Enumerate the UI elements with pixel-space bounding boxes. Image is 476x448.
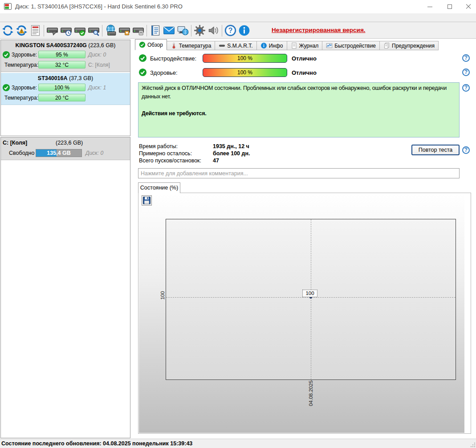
free-label: Свободно bbox=[9, 150, 34, 156]
disk-number: Диск: 0 bbox=[85, 150, 103, 156]
minimize-button[interactable] bbox=[422, 0, 437, 13]
power-on-time-label: Время работы: bbox=[139, 143, 178, 149]
network-disk-icon[interactable] bbox=[104, 24, 118, 37]
disk-check-icon[interactable] bbox=[73, 24, 87, 37]
unregistered-version-link[interactable]: Незарегистрированная версия. bbox=[272, 27, 366, 33]
tab-overview[interactable]: Обзор bbox=[135, 39, 167, 50]
partition-list: C: [Коля] (223,6 GB) Свободно 135,4 GB Д… bbox=[0, 137, 130, 438]
health-label: Здоровье: bbox=[12, 85, 37, 91]
toolbar-separator bbox=[146, 25, 147, 36]
ok-check-icon bbox=[138, 54, 147, 62]
close-button[interactable] bbox=[461, 0, 476, 13]
health-row: Здоровье: 100 % Отлично bbox=[135, 68, 473, 77]
app-icon bbox=[4, 3, 12, 10]
save-chart-button[interactable] bbox=[142, 195, 152, 206]
tab-label: Быстродействие bbox=[334, 43, 376, 49]
eject-disk-icon[interactable] bbox=[131, 24, 145, 37]
toolbar-separator bbox=[222, 25, 222, 36]
tab-temperature[interactable]: Температура bbox=[167, 41, 216, 50]
tab-bar: ОбзорТемператураS.M.A.R.T.ИнфоЖурналБыст… bbox=[135, 39, 476, 50]
title-bar: Диск: 1, ST340016A [3HS7CCX6] - Hard Dis… bbox=[0, 0, 476, 13]
disk-item-0[interactable]: KINGSTON SA400S37240G (223,6 GB) Здоровь… bbox=[1, 40, 130, 72]
drive-letter: C: [Коля] bbox=[88, 62, 110, 68]
temperature-label: Температура: bbox=[4, 62, 38, 68]
x-axis-tick-label: 04.08.2025 bbox=[308, 379, 313, 407]
disk-arrow-icon[interactable] bbox=[45, 24, 59, 37]
close-icon bbox=[466, 4, 471, 9]
email-icon[interactable] bbox=[162, 24, 176, 37]
help-icon[interactable]: ? bbox=[462, 146, 470, 154]
refresh-warning-icon[interactable] bbox=[15, 24, 28, 37]
disk-list: KINGSTON SA400S37240G (223,6 GB) Здоровь… bbox=[0, 40, 130, 136]
partition-size: (223,6 GB) bbox=[56, 140, 83, 146]
report-icon[interactable] bbox=[28, 24, 42, 37]
disk-item-1-selected[interactable]: ST340016A (37,3 GB) Здоровье: 100 % Диск… bbox=[1, 73, 130, 105]
comment-input[interactable] bbox=[138, 168, 460, 178]
chart-background: 100 100 04.08.2025 bbox=[139, 194, 464, 433]
disk-clock-icon[interactable] bbox=[59, 24, 73, 37]
last-update-status: Состояние последнего обновления: 04.08.2… bbox=[1, 440, 192, 447]
performance-status: Отлично bbox=[292, 55, 317, 62]
temperature-bar: 32 °C bbox=[38, 61, 85, 69]
help-icon[interactable]: ? bbox=[462, 54, 470, 62]
tab-alerts[interactable]: Предупреждения bbox=[379, 41, 439, 50]
tab-info[interactable]: Инфо bbox=[256, 41, 287, 50]
partition-item-c[interactable]: C: [Коля] (223,6 GB) Свободно 135,4 GB Д… bbox=[1, 137, 130, 160]
chart-panel: 100 100 04.08.2025 bbox=[138, 193, 471, 434]
svg-text:?: ? bbox=[228, 27, 233, 34]
help-icon[interactable]: ? bbox=[462, 69, 470, 76]
status-bar: Состояние последнего обновления: 04.08.2… bbox=[0, 439, 476, 448]
ok-check-icon bbox=[138, 68, 147, 77]
log-icon[interactable] bbox=[148, 24, 162, 37]
health-message: Жёсткий диск в ОТЛИЧНОМ состоянии. Пробл… bbox=[142, 84, 456, 101]
health-label: Здоровье: bbox=[12, 52, 37, 58]
start-stop-count-label: Всего пусков/остановок: bbox=[139, 157, 201, 164]
performance-bar: 100 % bbox=[203, 54, 287, 63]
maximize-icon bbox=[448, 4, 452, 9]
about-icon[interactable] bbox=[237, 24, 251, 37]
tab-log[interactable]: Журнал bbox=[287, 41, 323, 50]
toolbar-separator bbox=[102, 25, 102, 36]
temperature-label: Температура: bbox=[4, 95, 38, 101]
tab-label: Обзор bbox=[147, 42, 163, 48]
menu-bar bbox=[0, 13, 476, 22]
sounds-icon[interactable] bbox=[207, 24, 220, 37]
window-title: Диск: 1, ST340016A [3HS7CCX6] - Hard Dis… bbox=[15, 3, 183, 10]
performance-label: Быстродействие: bbox=[150, 55, 196, 62]
free-space-value: 135,4 GB bbox=[36, 150, 81, 156]
chart-tab-status[interactable]: Состояние (%) bbox=[138, 182, 180, 193]
tab-label: Журнал bbox=[299, 43, 319, 49]
toolbar-separator bbox=[191, 25, 191, 36]
health-bar: 100 % bbox=[38, 84, 85, 91]
health-status: Отлично bbox=[292, 69, 317, 76]
disk-scan-icon[interactable] bbox=[87, 24, 101, 37]
minimize-icon bbox=[427, 7, 432, 7]
chart-scrollbar[interactable] bbox=[464, 194, 470, 433]
tab-smart[interactable]: S.M.A.R.T. bbox=[215, 41, 256, 50]
disk-number: Диск: 0 bbox=[88, 52, 106, 58]
disk-number: Диск: 1 bbox=[88, 85, 106, 91]
maximize-button[interactable] bbox=[442, 0, 457, 13]
help-icon[interactable]: ? bbox=[224, 24, 237, 37]
data-point-label: 100 bbox=[302, 290, 317, 297]
health-bar: 95 % bbox=[38, 51, 85, 58]
y-axis-tick-label: 100 bbox=[160, 289, 165, 302]
toolbar: ? bbox=[0, 23, 476, 39]
gridline-vertical bbox=[311, 219, 311, 384]
health-ok-icon bbox=[2, 84, 10, 92]
start-stop-count-value: 47 bbox=[213, 157, 219, 164]
settings-icon[interactable] bbox=[193, 24, 207, 37]
temperature-bar: 20 °C bbox=[38, 94, 85, 101]
health-bar: 100 % bbox=[203, 68, 287, 77]
refresh-icon[interactable] bbox=[1, 24, 15, 37]
health-ok-icon bbox=[2, 51, 10, 59]
tab-performance[interactable]: Быстродействие bbox=[322, 41, 380, 50]
resize-grip[interactable] bbox=[471, 443, 475, 447]
tab-label: Инфо bbox=[269, 43, 283, 49]
power-on-time-value: 1935 дн., 12 ч bbox=[213, 143, 249, 149]
retest-button[interactable]: Повтор теста bbox=[411, 145, 460, 155]
remote-monitor-icon[interactable] bbox=[176, 24, 190, 37]
removable-disk-icon[interactable] bbox=[118, 24, 131, 37]
disk-title: ST340016A (37,3 GB) bbox=[1, 74, 130, 83]
help-icon[interactable]: ? bbox=[462, 84, 470, 92]
